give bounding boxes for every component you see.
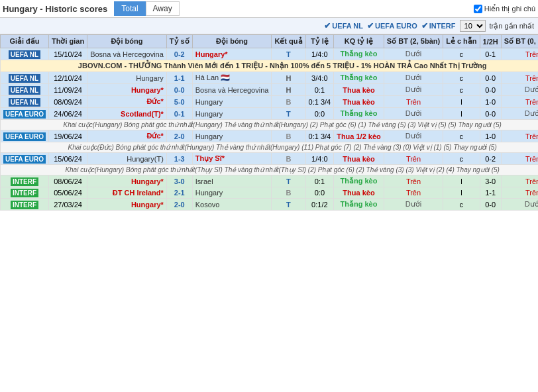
tab-total[interactable]: Total: [114, 1, 145, 16]
cell-lec: c: [443, 84, 480, 96]
cell-league: INTERF: [1, 199, 49, 211]
table-row: INTERF 08/06/24 Hungary* 3-0 Israel T 0:…: [1, 175, 539, 187]
cell-odds: 1/4:0: [305, 153, 334, 165]
check-icon-euro: ✔: [367, 21, 374, 30]
filter-uefa-nl[interactable]: ✔ UEFA NL: [324, 21, 363, 30]
cell-lec: l: [443, 187, 480, 199]
recent-label: trận gần nhất: [490, 22, 534, 30]
cell-kq-odds: Thắng kèo: [334, 72, 384, 84]
table-row: UEFA NL 12/10/24 Hungary 1-1 Hà Lan 🇳🇱 H…: [1, 72, 539, 84]
cell-home: Scotland(T)*: [87, 108, 167, 120]
cell-away: Hungary: [192, 130, 272, 142]
table-row: INTERF 27/03/24 Hungary* 2-0 Kosovo T 0:…: [1, 199, 539, 211]
cell-lec: l: [443, 108, 480, 120]
cell-sobt: Dưới: [384, 108, 443, 120]
cell-time: 11/09/24: [48, 84, 87, 96]
cell-score[interactable]: 2-0: [166, 130, 192, 142]
cell-league: UEFA NL: [1, 84, 49, 96]
cell-odds: 0:1 3/4: [305, 130, 334, 142]
col-home: Đội bóng: [87, 35, 167, 48]
cell-half: 3-0: [480, 175, 501, 187]
table-row: UEFA NL 08/09/24 Đức* 5-0 Hungary B 0:1 …: [1, 96, 539, 108]
cell-score[interactable]: 0-0: [166, 84, 192, 96]
filter-interf[interactable]: ✔ INTERF: [421, 21, 456, 30]
cell-score[interactable]: 2-1: [166, 187, 192, 199]
count-select[interactable]: 5 10 15 20 All: [460, 20, 486, 32]
table-row: UEFA NL 15/10/24 Bosna và Hercegovina 0-…: [1, 48, 539, 60]
cell-half: 1-0: [480, 130, 501, 142]
detail-text: Khai cuộc(Hungary) Bóng phát góc thứ nhấ…: [1, 165, 539, 175]
league-badge: UEFA NL: [9, 74, 40, 83]
filter-uefa-euro[interactable]: ✔ UEFA EURO: [367, 21, 417, 30]
cell-result: H: [272, 72, 305, 84]
col-result: Kết quả: [272, 35, 305, 48]
cell-sobt: Trên: [384, 175, 443, 187]
cell-away: Hungary: [192, 96, 272, 108]
col-kq: KQ tỷ lệ: [334, 35, 384, 48]
table-row: INTERF 05/06/24 ĐT CH Ireland* 2-1 Hunga…: [1, 187, 539, 199]
cell-half: 1-0: [480, 96, 501, 108]
cell-result: B: [272, 153, 305, 165]
cell-result: H: [272, 84, 305, 96]
col-odds: Tỷ lệ: [305, 35, 334, 48]
detail-text: Khai cuộc(Đức) Bóng phát góc thứ nhất(Hu…: [1, 142, 539, 153]
cell-sobt: Dưới: [384, 72, 443, 84]
cell-league: INTERF: [1, 187, 49, 199]
cell-odds: 0:1: [305, 84, 334, 96]
cell-odds: 3/4:0: [305, 72, 334, 84]
cell-sobt: Dưới: [384, 199, 443, 211]
tab-away[interactable]: Away: [146, 1, 180, 16]
cell-league: INTERF: [1, 175, 49, 187]
cell-league: UEFA EURO: [1, 130, 49, 142]
cell-half: 0-0: [480, 84, 501, 96]
cell-kq-odds: Thua kèo: [334, 96, 384, 108]
table-header-row: Giải đấu Thời gian Đội bóng Tỷ số Đội bó…: [1, 35, 539, 48]
cell-time: 27/03/24: [48, 199, 87, 211]
cell-half: 0-2: [480, 153, 501, 165]
cell-odds: 0:1/2: [305, 199, 334, 211]
cell-kq-odds: Thắng kèo: [334, 108, 384, 120]
cell-away: Hà Lan 🇳🇱: [192, 72, 272, 84]
cell-odds: 0:0: [305, 108, 334, 120]
cell-half: 0-0: [480, 199, 501, 211]
col-lec: Lẻ c hẵn: [443, 35, 480, 48]
cell-sobt0: Trên: [501, 130, 538, 142]
show-notes-label[interactable]: Hiển thị ghi chú: [474, 5, 535, 13]
filter-euro-label: UEFA EURO: [375, 22, 417, 30]
cell-result: T: [272, 175, 305, 187]
cell-sobt: Dưới: [384, 130, 443, 142]
cell-half: 0-0: [480, 108, 501, 120]
cell-score[interactable]: 1-1: [166, 72, 192, 84]
cell-sobt0: Dưới: [501, 108, 538, 120]
cell-time: 12/10/24: [48, 72, 87, 84]
league-badge: UEFA EURO: [3, 155, 46, 164]
cell-result: T: [272, 199, 305, 211]
matches-table: Giải đấu Thời gian Đội bóng Tỷ số Đội bó…: [0, 34, 538, 211]
cell-kq-odds: Thắng kèo: [334, 175, 384, 187]
cell-lec: c: [443, 48, 480, 60]
cell-lec: l: [443, 175, 480, 187]
cell-kq-odds: Thua kèo: [334, 84, 384, 96]
cell-score[interactable]: 0-2: [166, 48, 192, 60]
cell-away: Kosovo: [192, 199, 272, 211]
cell-kq-odds: Thua kèo: [334, 187, 384, 199]
detail-row: Khai cuộc(Hungary) Bóng phát góc thứ nhấ…: [1, 165, 539, 175]
league-badge: UEFA EURO: [3, 132, 46, 141]
col-score: Tỷ số: [166, 35, 192, 48]
show-notes-checkbox[interactable]: [474, 5, 482, 13]
cell-score[interactable]: 1-3: [166, 153, 192, 165]
cell-sobt0: Trên: [501, 175, 538, 187]
cell-result: B: [272, 187, 305, 199]
league-badge: UEFA NL: [9, 50, 40, 59]
cell-score[interactable]: 5-0: [166, 96, 192, 108]
cell-sobt0: Dưới: [501, 84, 538, 96]
cell-home: Đức*: [87, 96, 167, 108]
cell-league: UEFA NL: [1, 72, 49, 84]
detail-row: Khai cuộc(Hungary) Bóng phát góc thứ nhấ…: [1, 120, 539, 130]
cell-score[interactable]: 0-1: [166, 108, 192, 120]
cell-league: UEFA EURO: [1, 153, 49, 165]
app-container: Hungary - Historic scores Total Away Hiể…: [0, 0, 538, 211]
cell-score[interactable]: 2-0: [166, 199, 192, 211]
league-badge: INTERF: [11, 201, 38, 209]
cell-score[interactable]: 3-0: [166, 175, 192, 187]
